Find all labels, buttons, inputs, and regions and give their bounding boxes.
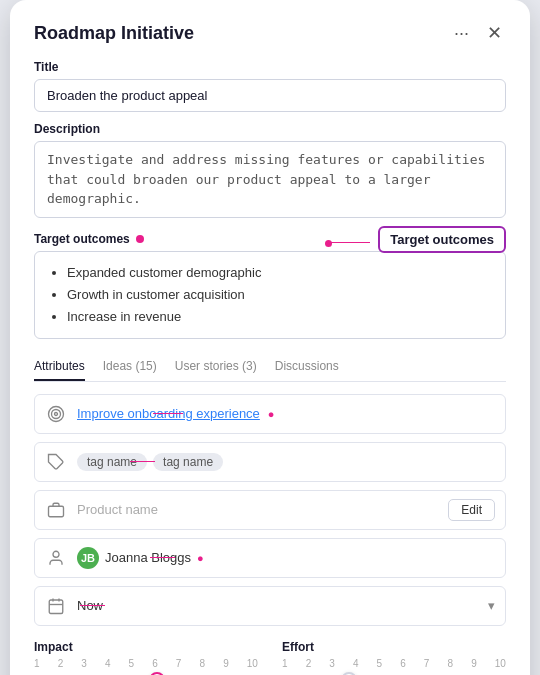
annotation-line-target bbox=[330, 242, 370, 244]
effort-label: Effort bbox=[282, 640, 506, 654]
product-icon bbox=[45, 499, 67, 521]
modal-actions: ··· ✕ bbox=[450, 20, 506, 46]
tags-line bbox=[130, 461, 155, 463]
tab-attributes[interactable]: Attributes bbox=[34, 359, 85, 381]
description-section: Description Investigate and address miss… bbox=[34, 122, 506, 222]
svg-point-0 bbox=[49, 406, 64, 421]
impact-slider-col: Impact 123 456 789 10 bbox=[34, 640, 258, 675]
tag-chip-2[interactable]: tag name bbox=[153, 453, 223, 471]
owner-icon bbox=[45, 547, 67, 569]
tabs-bar: Attributes Ideas (15) User stories (3) D… bbox=[34, 359, 506, 382]
target-outcomes-box: Expanded customer demographic Growth in … bbox=[34, 251, 506, 339]
schedule-chevron: ▾ bbox=[488, 598, 495, 613]
title-input[interactable] bbox=[34, 79, 506, 112]
product-row: Product name Edit bbox=[34, 490, 506, 530]
svg-point-5 bbox=[53, 551, 59, 557]
schedule-row: Now ▾ Prioritization score bbox=[34, 586, 506, 626]
impact-nums: 123 456 789 10 bbox=[34, 658, 258, 669]
slider-group: Impact 123 456 789 10 Effort 123 bbox=[34, 640, 506, 675]
owner-line bbox=[150, 557, 175, 559]
schedule-icon bbox=[45, 595, 67, 617]
effort-slider-col: Effort 123 456 789 10 bbox=[282, 640, 506, 675]
svg-point-1 bbox=[52, 409, 61, 418]
more-icon: ··· bbox=[454, 23, 469, 44]
tab-discussions[interactable]: Discussions bbox=[275, 359, 339, 381]
list-item: Increase in revenue bbox=[67, 306, 491, 328]
objective-icon bbox=[45, 403, 67, 425]
effort-track[interactable] bbox=[282, 671, 506, 675]
owner-name: Joanna Bloggs bbox=[105, 550, 191, 565]
tags-icon bbox=[45, 451, 67, 473]
objective-row: Improve onboarding experience ● Product … bbox=[34, 394, 506, 434]
annotation-dot-target bbox=[325, 240, 332, 247]
owner-row: JB Joanna Bloggs ● Owner bbox=[34, 538, 506, 578]
list-item: Growth in customer acquisition bbox=[67, 284, 491, 306]
svg-rect-4 bbox=[49, 506, 64, 517]
list-item: Expanded customer demographic bbox=[67, 262, 491, 284]
modal-header: Roadmap Initiative ··· ✕ bbox=[34, 20, 506, 46]
svg-rect-6 bbox=[49, 600, 63, 614]
product-placeholder: Product name bbox=[77, 502, 158, 517]
close-button[interactable]: ✕ bbox=[483, 20, 506, 46]
description-label: Description bbox=[34, 122, 506, 136]
attributes-section: Improve onboarding experience ● Product … bbox=[34, 394, 506, 632]
owner-dot: ● bbox=[197, 552, 204, 564]
title-section: Title bbox=[34, 60, 506, 112]
tab-ideas[interactable]: Ideas (15) bbox=[103, 359, 157, 381]
close-icon: ✕ bbox=[487, 22, 502, 44]
objective-content: Improve onboarding experience ● bbox=[77, 406, 495, 421]
modal-title: Roadmap Initiative bbox=[34, 23, 194, 44]
owner-avatar: JB bbox=[77, 547, 99, 569]
tab-user-stories[interactable]: User stories (3) bbox=[175, 359, 257, 381]
owner-content: JB Joanna Bloggs ● bbox=[77, 547, 495, 569]
more-options-button[interactable]: ··· bbox=[450, 21, 473, 46]
schedule-content: Now ▾ bbox=[77, 598, 495, 613]
objective-dot: ● bbox=[268, 408, 275, 420]
target-outcomes-dot bbox=[136, 235, 144, 243]
impact-label: Impact bbox=[34, 640, 258, 654]
schedule-line bbox=[80, 605, 105, 607]
roadmap-initiative-modal: Roadmap Initiative ··· ✕ Title Descripti… bbox=[10, 0, 530, 675]
objective-line bbox=[153, 413, 183, 415]
tags-row: tag name tag name Associated Ideas bbox=[34, 442, 506, 482]
effort-nums: 123 456 789 10 bbox=[282, 658, 506, 669]
impact-track[interactable] bbox=[34, 671, 258, 675]
target-outcomes-list: Expanded customer demographic Growth in … bbox=[49, 262, 491, 328]
target-outcomes-section: Target outcomes Expanded customer demogr… bbox=[34, 232, 506, 349]
edit-button[interactable]: Edit bbox=[448, 499, 495, 521]
product-content: Product name bbox=[77, 502, 438, 517]
description-input[interactable]: Investigate and address missing features… bbox=[34, 141, 506, 218]
target-outcomes-label: Target outcomes bbox=[34, 232, 506, 246]
svg-point-2 bbox=[55, 412, 58, 415]
title-label: Title bbox=[34, 60, 506, 74]
sliders-section: Impact 123 456 789 10 Effort 123 bbox=[34, 632, 506, 675]
